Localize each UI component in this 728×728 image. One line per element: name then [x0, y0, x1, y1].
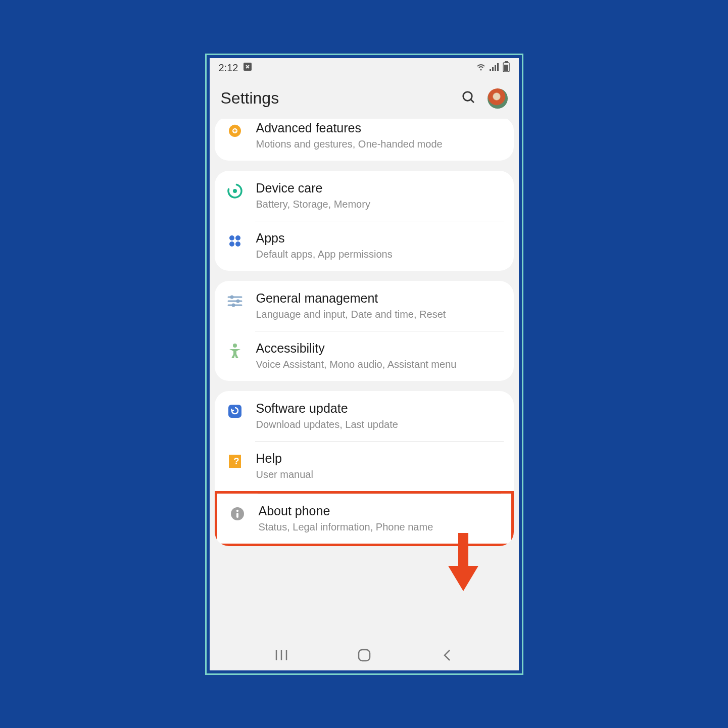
- svg-point-22: [236, 299, 239, 303]
- svg-point-24: [231, 303, 235, 307]
- settings-item-help[interactable]: ? Help User manual: [215, 441, 514, 491]
- settings-list[interactable]: Advanced features Motions and gestures, …: [210, 119, 519, 556]
- item-subtitle: Motions and gestures, One-handed mode: [256, 137, 503, 151]
- card-indicator-icon: [243, 62, 252, 74]
- status-bar: 2:12: [210, 58, 519, 78]
- page-title: Settings: [221, 89, 461, 108]
- gear-plus-icon: [226, 122, 244, 140]
- svg-rect-4: [495, 65, 496, 71]
- svg-rect-2: [490, 69, 491, 71]
- battery-icon: [503, 61, 510, 75]
- item-title: Software update: [256, 401, 503, 416]
- svg-rect-37: [359, 650, 370, 661]
- svg-rect-27: [229, 455, 232, 468]
- svg-rect-32: [236, 513, 238, 518]
- home-button[interactable]: [356, 647, 373, 664]
- item-title: Device care: [256, 181, 503, 196]
- info-icon: [228, 505, 247, 523]
- svg-point-20: [230, 295, 233, 299]
- svg-rect-33: [458, 533, 468, 568]
- apps-icon: [226, 232, 244, 250]
- settings-item-general-management[interactable]: General management Language and input, D…: [215, 281, 514, 331]
- pointer-arrow-icon: [448, 533, 478, 594]
- frame: 2:12 Settings: [205, 54, 523, 675]
- recent-apps-button[interactable]: [273, 647, 290, 664]
- item-title: Advanced features: [256, 121, 503, 135]
- help-icon: ?: [226, 452, 244, 470]
- settings-card: Software update Download updates, Last u…: [215, 391, 514, 546]
- svg-line-10: [470, 99, 473, 102]
- svg-point-25: [233, 344, 237, 348]
- software-update-icon: [226, 402, 244, 420]
- phone-screen: 2:12 Settings: [210, 58, 519, 670]
- item-title: Help: [256, 451, 503, 466]
- item-subtitle: Download updates, Last update: [256, 418, 503, 431]
- svg-rect-5: [497, 63, 499, 71]
- item-title: Apps: [256, 231, 503, 246]
- item-subtitle: Voice Assistant, Mono audio, Assistant m…: [256, 358, 503, 371]
- item-subtitle: Battery, Storage, Memory: [256, 198, 503, 211]
- settings-item-software-update[interactable]: Software update Download updates, Last u…: [215, 391, 514, 441]
- item-title: Accessibility: [256, 341, 503, 356]
- accessibility-icon: [226, 342, 244, 360]
- sliders-icon: [226, 292, 244, 310]
- svg-point-14: [233, 189, 237, 193]
- svg-point-1: [480, 69, 481, 71]
- svg-point-16: [235, 235, 240, 240]
- search-icon[interactable]: [461, 90, 476, 107]
- device-care-icon: [226, 182, 244, 200]
- settings-card: Advanced features Motions and gestures, …: [215, 119, 514, 161]
- svg-point-17: [229, 241, 234, 247]
- item-subtitle: User manual: [256, 468, 503, 481]
- settings-card: Device care Battery, Storage, Memory App…: [215, 171, 514, 271]
- item-subtitle: Language and input, Date and time, Reset: [256, 308, 503, 321]
- svg-text:?: ?: [233, 456, 239, 466]
- svg-rect-8: [504, 65, 508, 71]
- settings-item-accessibility[interactable]: Accessibility Voice Assistant, Mono audi…: [215, 331, 514, 381]
- svg-point-15: [229, 235, 234, 240]
- back-button[interactable]: [439, 647, 456, 664]
- navigation-bar: [210, 640, 519, 670]
- item-subtitle: Default apps, App permissions: [256, 248, 503, 261]
- svg-rect-3: [492, 67, 494, 71]
- settings-item-apps[interactable]: Apps Default apps, App permissions: [215, 221, 514, 271]
- wifi-icon: [475, 62, 487, 74]
- svg-point-9: [463, 91, 472, 101]
- svg-rect-26: [228, 405, 241, 418]
- item-title: General management: [256, 291, 503, 306]
- settings-card: General management Language and input, D…: [215, 281, 514, 381]
- settings-item-device-care[interactable]: Device care Battery, Storage, Memory: [215, 171, 514, 221]
- header: Settings: [210, 78, 519, 119]
- settings-item-advanced-features[interactable]: Advanced features Motions and gestures, …: [215, 119, 514, 161]
- svg-point-18: [235, 241, 240, 247]
- svg-point-31: [236, 509, 238, 511]
- signal-icon: [490, 62, 500, 74]
- profile-avatar[interactable]: [488, 88, 508, 109]
- item-subtitle: Status, Legal information, Phone name: [259, 520, 500, 533]
- item-title: About phone: [259, 504, 500, 518]
- status-time: 2:12: [219, 62, 238, 74]
